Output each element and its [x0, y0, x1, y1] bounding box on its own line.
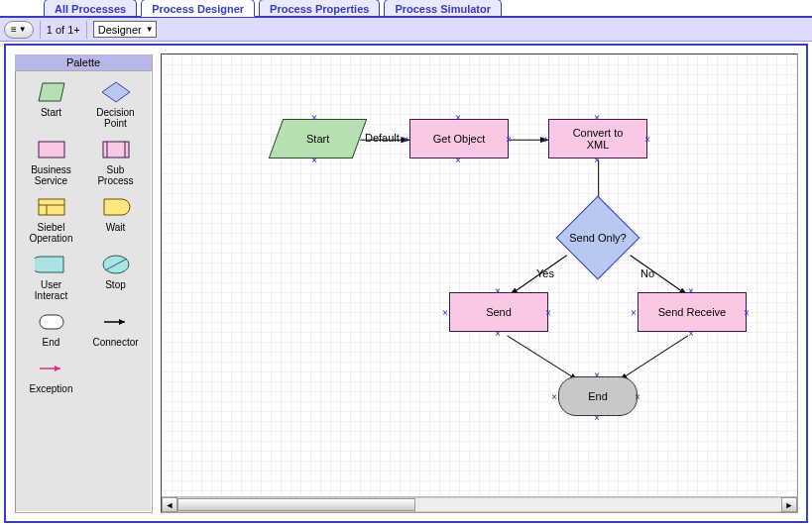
node-label: End	[588, 390, 608, 402]
palette: Palette Start Decision Point Business S	[14, 53, 153, 513]
separator	[86, 21, 87, 39]
palette-item-user-interact[interactable]: User Interact	[19, 248, 83, 303]
main-panel: Palette Start Decision Point Business S	[4, 44, 808, 523]
svg-marker-1	[102, 82, 130, 102]
palette-item-decision-point[interactable]: Decision Point	[83, 75, 148, 131]
tab-bar: All Processes Process Designer Process P…	[0, 0, 812, 18]
palette-label: Start	[41, 107, 61, 118]
svg-line-22	[619, 336, 688, 381]
palette-item-end[interactable]: End	[19, 305, 83, 350]
svg-marker-15	[55, 366, 60, 371]
node-send[interactable]: Send	[449, 292, 548, 332]
canvas-wrap: Start × × Get Object × × × × Convert to …	[161, 53, 798, 513]
view-selector-value: Designer	[98, 24, 142, 36]
palette-label: Wait	[106, 222, 126, 233]
svg-marker-0	[39, 83, 64, 101]
end-icon	[35, 309, 68, 335]
exception-icon	[35, 356, 68, 381]
user-interact-icon	[35, 252, 68, 277]
palette-label: Sub Process	[97, 164, 133, 186]
palette-item-connector[interactable]: Connector	[83, 305, 148, 350]
chevron-down-icon: ▼	[19, 25, 27, 34]
node-label: Convert to XML	[573, 127, 624, 151]
chevron-down-icon: ▼	[146, 25, 154, 34]
scroll-track[interactable]	[177, 497, 781, 512]
paging-label: 1 of 1+	[47, 24, 80, 36]
palette-label: Decision Point	[96, 107, 134, 129]
node-get-object[interactable]: Get Object	[409, 119, 509, 158]
svg-rect-2	[39, 142, 64, 158]
node-end[interactable]: End	[558, 376, 638, 416]
palette-item-wait[interactable]: Wait	[83, 190, 148, 246]
palette-label: Connector	[92, 337, 138, 348]
start-icon	[35, 79, 68, 105]
canvas[interactable]: Start × × Get Object × × × × Convert to …	[162, 54, 797, 496]
tab-process-simulator[interactable]: Process Simulator	[384, 0, 502, 16]
stop-icon	[99, 252, 133, 277]
node-label: Send Only?	[550, 208, 645, 267]
node-label: Send	[486, 306, 512, 318]
wait-icon	[99, 194, 133, 220]
node-label: Get Object	[433, 133, 486, 145]
separator	[40, 21, 41, 39]
tab-all-processes[interactable]: All Processes	[44, 0, 137, 16]
palette-label: Stop	[105, 279, 126, 290]
scroll-thumb[interactable]	[177, 498, 415, 511]
palette-label: Exception	[30, 383, 73, 394]
palette-item-business-service[interactable]: Business Service	[19, 133, 83, 188]
svg-line-21	[508, 336, 579, 381]
palette-item-sub-process[interactable]: Sub Process	[83, 133, 148, 188]
node-convert-to-xml[interactable]: Convert to XML	[548, 119, 647, 158]
palette-label: Siebel Operation	[30, 222, 73, 244]
tab-process-designer[interactable]: Process Designer	[141, 0, 255, 17]
sub-process-icon	[99, 137, 133, 162]
svg-rect-11	[40, 315, 63, 329]
connector-label-yes: Yes	[536, 267, 554, 279]
toolbar: ≡ ▼ 1 of 1+ Designer ▼	[0, 18, 812, 42]
palette-label: User Interact	[35, 279, 67, 301]
horizontal-scrollbar[interactable]: ◄ ►	[162, 496, 797, 512]
scroll-left-button[interactable]: ◄	[162, 497, 177, 512]
palette-item-siebel-operation[interactable]: Siebel Operation	[19, 190, 83, 246]
decision-icon	[99, 79, 133, 105]
svg-rect-6	[39, 199, 64, 215]
palette-item-start[interactable]: Start	[19, 75, 83, 131]
business-service-icon	[35, 137, 68, 162]
node-start[interactable]: Start	[269, 119, 368, 158]
connector-icon	[99, 309, 133, 335]
node-label: Start	[306, 133, 329, 145]
connector-label-default: Default	[365, 132, 400, 144]
node-send-receive[interactable]: Send Receive	[638, 292, 747, 332]
palette-item-exception[interactable]: Exception	[19, 352, 83, 396]
view-selector[interactable]: Designer ▼	[93, 21, 157, 38]
tab-process-properties[interactable]: Process Properties	[259, 0, 380, 16]
palette-item-stop[interactable]: Stop	[83, 248, 148, 303]
node-label: Send Receive	[658, 306, 727, 318]
palette-label: End	[43, 337, 60, 348]
palette-label: Business Service	[31, 164, 71, 186]
siebel-operation-icon	[35, 194, 68, 220]
menu-icon: ≡	[11, 24, 17, 35]
svg-marker-13	[119, 319, 125, 325]
scroll-right-button[interactable]: ►	[781, 497, 797, 512]
connector-label-no: No	[640, 267, 654, 279]
menu-button[interactable]: ≡ ▼	[4, 21, 34, 39]
palette-title: Palette	[15, 54, 152, 71]
